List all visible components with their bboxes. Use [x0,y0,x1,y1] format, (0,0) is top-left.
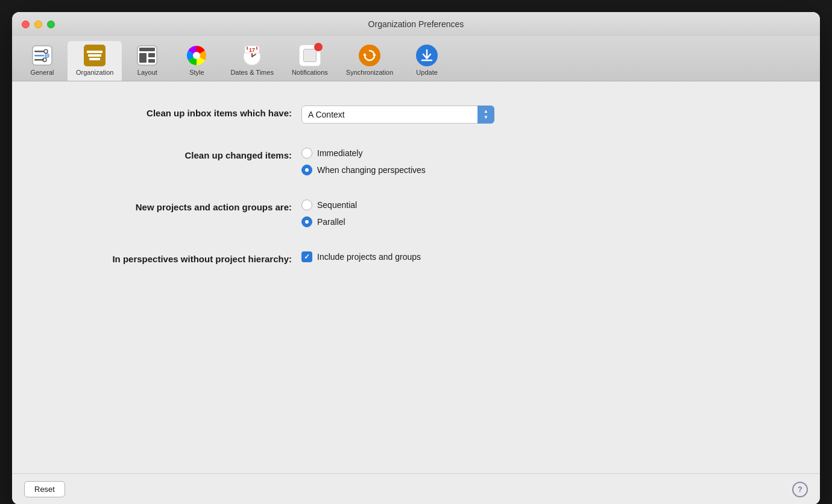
new-projects-label: New projects and action groups are: [48,200,301,212]
radio-immediately[interactable]: Immediately [301,148,426,159]
notification-badge [314,43,323,51]
svg-rect-12 [148,59,155,63]
include-projects-checkbox-box [301,251,312,262]
content-area: Clean up inbox items which have: A Conte… [12,81,820,473]
datetime-icon: 17 [241,45,263,66]
cleanup-changed-radio-group: Immediately When changing perspectives [301,148,426,175]
window-title: Organization Preferences [368,19,464,29]
tab-notifications[interactable]: Notifications [283,41,336,81]
organization-icon [84,45,106,66]
tab-style-label: Style [189,69,204,76]
reset-button[interactable]: Reset [24,481,65,497]
radio-sequential-label: Sequential [317,200,357,210]
cleanup-changed-label: Clean up changed items: [48,148,301,160]
svg-point-14 [193,52,200,59]
svg-rect-1 [34,51,44,52]
download-icon [420,49,433,62]
layout-icon [136,45,158,66]
svg-marker-24 [363,53,367,55]
radio-when-changing-perspectives-label: When changing perspectives [317,165,426,175]
title-bar: Organization Preferences [12,12,820,36]
cleanup-inbox-row: Clean up inbox items which have: A Conte… [48,106,784,124]
tab-update-label: Update [416,69,437,76]
tab-organization-label: Organization [76,69,113,76]
tab-notifications-label: Notifications [292,69,328,76]
style-icon-wrapper [186,45,207,66]
svg-rect-11 [148,53,155,57]
general-icon-wrapper [31,45,53,66]
perspectives-hierarchy-control: Include projects and groups [301,251,421,262]
notifications-icon [299,45,321,66]
svg-point-5 [46,55,48,56]
cleanup-changed-control: Immediately When changing perspectives [301,148,426,175]
close-button[interactable] [22,20,30,28]
cleanup-inbox-label: Clean up inbox items which have: [48,106,301,118]
layout-icon-wrapper [136,45,158,66]
update-icon [416,45,438,66]
new-projects-row: New projects and action groups are: Sequ… [48,200,784,227]
tab-general[interactable]: General [18,41,66,81]
perspectives-hierarchy-row: In perspectives without project hierarch… [48,251,784,264]
new-projects-radio-group: Sequential Parallel [301,200,357,227]
svg-text:17: 17 [249,47,255,53]
svg-rect-3 [34,55,44,57]
notification-inner [303,49,317,62]
radio-sequential[interactable]: Sequential [301,200,357,210]
maximize-button[interactable] [47,20,55,28]
general-icon [31,45,53,66]
cleanup-inbox-control: A Context A Project Both [301,106,494,124]
radio-immediately-circle [301,148,312,159]
organization-icon-wrapper [84,45,106,66]
footer: Reset ? [12,473,820,504]
style-icon [186,45,207,66]
preferences-window: Organization Preferences General [12,12,820,504]
include-projects-checkbox-label: Include projects and groups [317,252,421,262]
cleanup-changed-row: Clean up changed items: Immediately When… [48,148,784,175]
help-button[interactable]: ? [792,482,808,497]
sync-icon [359,45,380,66]
cleanup-inbox-dropdown[interactable]: A Context A Project Both [301,106,494,124]
tab-synchronization-label: Synchronization [346,69,393,76]
minimize-button[interactable] [34,20,42,28]
datetime-icon-wrapper: 17 [241,45,263,66]
include-projects-checkbox[interactable]: Include projects and groups [301,251,421,262]
notifications-icon-wrapper [299,45,321,66]
traffic-lights [22,20,55,28]
radio-parallel-label: Parallel [317,217,345,227]
tab-organization[interactable]: Organization [68,41,122,81]
new-projects-control: Sequential Parallel [301,200,357,227]
tab-update[interactable]: Update [403,41,451,81]
tab-dates-times[interactable]: 17 Dates & Times [222,41,282,81]
radio-parallel-circle [301,216,312,227]
dropdown-wrapper: A Context A Project Both [301,106,494,124]
tab-layout[interactable]: Layout [123,41,171,81]
tab-general-label: General [30,69,54,76]
tab-synchronization[interactable]: Synchronization [338,41,402,81]
update-icon-wrapper [416,45,438,66]
svg-rect-9 [139,48,155,51]
radio-parallel[interactable]: Parallel [301,216,357,227]
svg-rect-10 [139,53,147,63]
tab-layout-label: Layout [137,69,157,76]
toolbar: General Organization [12,36,820,81]
sync-arrows-icon [363,49,376,62]
tab-style[interactable]: Style [172,41,221,81]
sync-icon-wrapper [359,45,380,66]
radio-when-changing-perspectives[interactable]: When changing perspectives [301,165,426,175]
radio-immediately-label: Immediately [317,148,362,158]
tab-dates-times-label: Dates & Times [230,69,274,76]
radio-sequential-circle [301,200,312,210]
radio-when-changing-perspectives-circle [301,165,312,175]
perspectives-hierarchy-label: In perspectives without project hierarch… [48,251,301,264]
